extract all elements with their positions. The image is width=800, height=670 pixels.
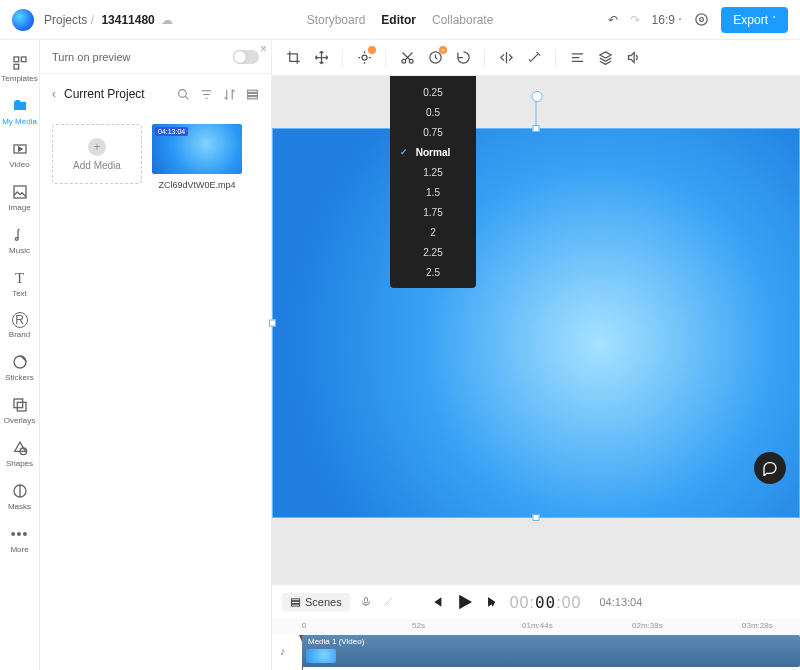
aspect-ratio-select[interactable]: 16:9 ˅	[652, 13, 683, 27]
tab-storyboard[interactable]: Storyboard	[307, 13, 366, 27]
canvas-toolbar: ×	[272, 40, 800, 76]
prev-icon[interactable]	[430, 595, 444, 609]
redo-icon[interactable]: ↷	[630, 13, 640, 27]
move-icon[interactable]	[310, 47, 332, 69]
rotate-handle[interactable]	[536, 99, 537, 125]
video-canvas[interactable]	[272, 128, 800, 518]
projects-link[interactable]: Projects	[44, 13, 87, 27]
svg-rect-4	[14, 64, 19, 69]
preview-toggle[interactable]	[233, 50, 259, 64]
track-mute-icon[interactable]: ♪	[280, 645, 286, 657]
speed-option[interactable]: 0.75	[390, 122, 476, 142]
canvas-area: 0.25 0.5 0.75 Normal 1.25 1.5 1.75 2 2.2…	[272, 76, 800, 584]
svg-point-13	[179, 89, 187, 97]
play-icon[interactable]	[454, 591, 476, 613]
align-icon[interactable]	[566, 47, 588, 69]
sort-icon[interactable]	[223, 88, 236, 101]
templates-icon	[11, 54, 29, 72]
speed-option[interactable]: 0.5	[390, 102, 476, 122]
cloud-sync-icon[interactable]: ☁	[161, 13, 173, 27]
scenes-button[interactable]: Scenes	[282, 593, 350, 611]
cut-icon[interactable]	[396, 47, 418, 69]
next-icon[interactable]	[486, 595, 500, 609]
chat-fab[interactable]	[754, 452, 786, 484]
svg-rect-3	[21, 57, 26, 62]
svg-point-7	[15, 238, 18, 241]
speed-option[interactable]: 1.75	[390, 202, 476, 222]
settings-icon[interactable]	[694, 12, 709, 27]
svg-rect-21	[291, 598, 299, 600]
layers-icon[interactable]	[594, 47, 616, 69]
svg-rect-9	[14, 399, 23, 408]
project-id[interactable]: 13411480	[101, 13, 154, 27]
svg-rect-10	[17, 402, 26, 411]
rail-shapes[interactable]: Shapes	[0, 433, 40, 474]
flip-icon[interactable]	[495, 47, 517, 69]
crop-icon[interactable]	[282, 47, 304, 69]
speed-option[interactable]: 1.5	[390, 182, 476, 202]
filter-icon[interactable]	[200, 88, 213, 101]
rail-more[interactable]: •••More	[0, 519, 40, 560]
rail-templates[interactable]: Templates	[0, 48, 40, 89]
svg-rect-22	[291, 601, 299, 603]
rail-music[interactable]: Music	[0, 220, 40, 261]
svg-point-0	[696, 14, 707, 25]
speed-option[interactable]: 2	[390, 222, 476, 242]
adjust-icon[interactable]	[353, 47, 375, 69]
breadcrumb: Projects / 13411480	[44, 13, 155, 27]
marker-icon[interactable]	[382, 596, 394, 608]
stickers-icon	[11, 353, 29, 371]
view-icon[interactable]	[246, 88, 259, 101]
magic-icon[interactable]	[523, 47, 545, 69]
media-panel: × Turn on preview ‹ Current Project + Ad…	[40, 40, 272, 670]
rail-overlays[interactable]: Overlays	[0, 390, 40, 431]
speed-icon[interactable]: ×	[424, 47, 446, 69]
text-icon: T	[11, 269, 29, 287]
volume-icon[interactable]	[622, 47, 644, 69]
resize-handle-bottom[interactable]	[533, 514, 540, 521]
svg-rect-15	[248, 93, 258, 95]
shapes-icon	[11, 439, 29, 457]
duration-label: 04:13:04	[599, 596, 642, 608]
svg-rect-23	[291, 604, 299, 606]
left-rail: Templates My Media Video Image Music TTe…	[0, 40, 40, 670]
app-logo[interactable]	[12, 9, 34, 31]
timeline-track[interactable]: Media 1 (Video)	[302, 635, 800, 667]
search-icon[interactable]	[177, 88, 190, 101]
export-button[interactable]: Export˅	[721, 7, 788, 33]
speed-option-selected[interactable]: Normal	[390, 142, 476, 162]
rail-text[interactable]: TText	[0, 263, 40, 304]
folder-icon	[11, 97, 29, 115]
rail-image[interactable]: Image	[0, 177, 40, 218]
duration-badge: 04:13:04	[155, 127, 188, 136]
rail-masks[interactable]: Masks	[0, 476, 40, 517]
timeline-ruler[interactable]: 0 52s 01m:44s 02m:38s 03m:28s	[272, 619, 800, 635]
speed-option[interactable]: 1.25	[390, 162, 476, 182]
tab-collaborate[interactable]: Collaborate	[432, 13, 493, 27]
plus-icon: +	[88, 138, 106, 156]
mic-icon[interactable]	[360, 596, 372, 608]
top-bar: Projects / 13411480 ☁ Storyboard Editor …	[0, 0, 800, 40]
close-panel-icon[interactable]: ×	[260, 42, 267, 56]
current-time: 00:00:0000:00	[510, 593, 582, 612]
svg-rect-24	[364, 598, 367, 604]
media-thumbnail[interactable]: 04:13:04 ZCl69dVtW0E.mp4	[152, 124, 242, 190]
tab-editor[interactable]: Editor	[381, 13, 416, 27]
back-icon[interactable]: ‹	[52, 87, 56, 101]
speed-option[interactable]: 2.25	[390, 242, 476, 262]
speed-option[interactable]: 0.25	[390, 82, 476, 102]
add-media-button[interactable]: + Add Media	[52, 124, 142, 184]
timeline: Scenes 00:00:0000:00 04:13:04 0 52s 01m:…	[272, 584, 800, 670]
rail-video[interactable]: Video	[0, 134, 40, 175]
more-icon: •••	[11, 525, 29, 543]
rail-brand[interactable]: RBrand	[0, 306, 40, 345]
rail-stickers[interactable]: Stickers	[0, 347, 40, 388]
rotate-icon[interactable]	[452, 47, 474, 69]
undo-icon[interactable]: ↶	[608, 13, 618, 27]
resize-handle-top[interactable]	[533, 125, 540, 132]
masks-icon	[11, 482, 29, 500]
rail-my-media[interactable]: My Media	[0, 91, 40, 132]
speed-option[interactable]: 2.5	[390, 262, 476, 282]
timeline-clip-thumb	[306, 649, 336, 663]
resize-handle-left[interactable]	[269, 320, 276, 327]
